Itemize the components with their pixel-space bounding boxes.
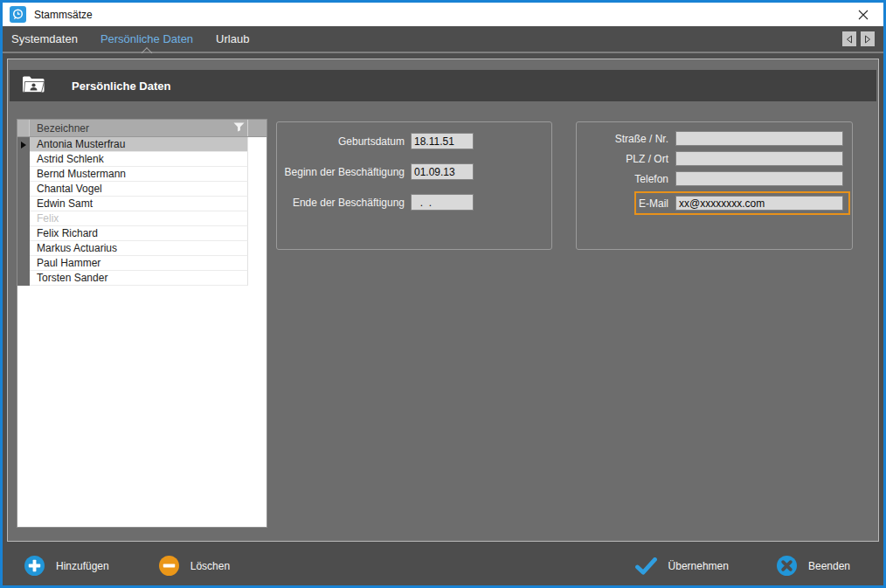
employee-list: Bezeichner Antonia Musterfrau [17,119,267,528]
row-gutter [17,241,30,256]
row-label: Felix Richard [30,226,248,241]
close-window-icon[interactable] [848,3,878,25]
apply-check-icon [635,557,657,575]
row-label: Chantal Vogel [30,182,248,197]
row-label: Antonia Musterfrau [30,137,248,152]
list-header-cell[interactable]: Bezeichner [30,120,248,136]
title-bar: Stammsätze [3,3,883,26]
bottom-action-bar: Hinzufügen Löschen Übernehmen [3,546,883,585]
list-header-label: Bezeichner [37,122,89,135]
list-item-torsten-sander[interactable]: Torsten Sander [17,271,266,286]
window-title: Stammsätze [34,9,93,21]
list-item-felix[interactable]: Felix [17,211,266,226]
row-gutter [17,226,30,241]
exit-button-label: Beenden [808,560,850,572]
email-field[interactable] [675,196,843,211]
row-label: Bernd Mustermann [30,167,248,182]
list-item-felix-richard[interactable]: Felix Richard [17,226,266,241]
city-field[interactable] [675,151,843,166]
street-label: Straße / Nr. [615,133,668,145]
list-item-chantal-vogel[interactable]: Chantal Vogel [17,182,266,197]
row-gutter [17,197,30,211]
delete-button-label: Löschen [190,560,230,572]
delete-minus-icon [159,556,179,576]
add-button-label: Hinzufügen [56,560,109,572]
row-label: Paul Hammer [30,256,248,271]
employment-start-label: Beginn der Beschäftigung [277,166,405,178]
row-gutter [17,211,30,226]
app-clock-icon [10,6,26,23]
birthdate-label: Geburtsdatum [277,135,405,148]
contact-group: Straße / Nr. PLZ / Ort Telefon E-Mail [576,121,853,250]
list-header-gutter [17,120,30,136]
phone-label: Telefon [634,173,668,185]
tab-scroll-arrows [842,31,875,46]
row-gutter [17,167,30,182]
row-label: Edwin Samt [30,197,248,211]
phone-field[interactable] [675,171,843,186]
list-item-antonia-musterfrau[interactable]: Antonia Musterfrau [17,137,266,152]
selected-row-marker-icon [21,142,26,149]
list-item-edwin-samt[interactable]: Edwin Samt [17,197,266,211]
row-label: Torsten Sander [30,271,248,286]
email-label: E-Mail [639,197,668,210]
row-gutter [17,271,30,286]
list-header-filler [248,120,266,136]
list-header-row: Bezeichner [17,120,266,137]
list-item-bernd-mustermann[interactable]: Bernd Mustermann [17,167,266,182]
list-item-paul-hammer[interactable]: Paul Hammer [17,256,266,271]
section-title: Persönliche Daten [72,80,170,93]
tab-systemdaten[interactable]: Systemdaten [11,27,78,51]
tab-persoenliche-daten[interactable]: Persönliche Daten [100,27,193,51]
row-label: Astrid Schlenk [30,152,248,167]
tab-scroll-right-icon[interactable] [861,31,875,46]
street-field[interactable] [675,131,843,146]
delete-button[interactable]: Löschen [159,556,230,576]
city-label: PLZ / Ort [626,153,668,165]
tab-bar: Systemdaten Persönliche Daten Urlaub [3,26,883,53]
filter-funnel-icon[interactable] [233,122,245,135]
content-panel: Persönliche Daten Bezeichner [7,59,879,542]
section-header: Persönliche Daten [10,70,876,101]
row-label: Felix [30,211,248,226]
row-gutter [17,137,30,152]
stammsaetze-window: Stammsätze Systemdaten Persönliche Daten… [0,0,886,588]
employment-group: Geburtsdatum Beginn der Beschäftigung En… [276,121,552,250]
employment-start-field[interactable] [411,163,474,180]
email-highlight-box: E-Mail [634,191,850,215]
tab-scroll-left-icon[interactable] [842,31,856,46]
add-button[interactable]: Hinzufügen [24,556,109,576]
tab-urlaub[interactable]: Urlaub [216,27,249,51]
folder-person-icon [22,75,45,97]
main-area: Persönliche Daten Bezeichner [3,53,883,546]
exit-button[interactable]: Beenden [777,556,850,576]
exit-x-icon [777,556,797,576]
add-plus-icon [24,556,45,576]
apply-button-label: Übernehmen [668,560,729,572]
row-gutter [17,182,30,197]
birthdate-field[interactable] [411,133,474,149]
row-label: Markus Actuarius [30,241,248,256]
employment-end-field[interactable] [411,194,474,211]
list-item-astrid-schlenk[interactable]: Astrid Schlenk [17,152,266,167]
row-gutter [17,256,30,271]
apply-button[interactable]: Übernehmen [635,557,729,575]
row-gutter [17,152,30,167]
list-item-markus-actuarius[interactable]: Markus Actuarius [17,241,266,256]
employment-end-label: Ende der Beschäftigung [277,197,405,209]
